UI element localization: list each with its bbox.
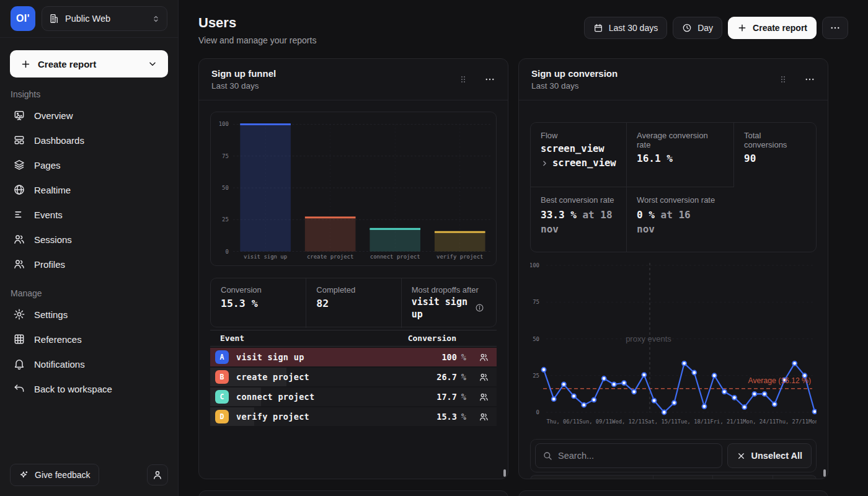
- sidebar-item-pages[interactable]: Pages: [0, 153, 178, 177]
- funnel-stats: Conversion 15.3 % Completed 82 Most drop…: [210, 278, 497, 327]
- event-name: create project: [236, 372, 436, 382]
- profile-button[interactable]: [147, 464, 168, 485]
- step-badge: D: [215, 410, 229, 423]
- stat-value: 82: [316, 298, 391, 309]
- chevrons-up-down-icon: [151, 14, 161, 24]
- svg-text:100: 100: [219, 121, 229, 127]
- svg-text:75: 75: [533, 299, 539, 305]
- svg-text:connect project: connect project: [370, 254, 420, 260]
- plus-icon: [737, 23, 747, 33]
- drag-handle-icon[interactable]: [778, 74, 788, 84]
- stat-value: 33.3 % at 18 nov: [541, 208, 616, 236]
- card-title: Sign up funnel: [211, 68, 276, 79]
- event-name: connect project: [236, 392, 436, 402]
- info-icon[interactable]: [475, 303, 484, 312]
- users-icon[interactable]: [479, 412, 489, 422]
- sidebar-item-notifications[interactable]: Notifications: [0, 352, 178, 376]
- svg-text:Sun, 09/11: Sun, 09/11: [579, 418, 612, 425]
- svg-text:25: 25: [533, 373, 539, 379]
- search-input[interactable]: [558, 451, 715, 461]
- users-icon[interactable]: [479, 352, 489, 363]
- ellipsis-icon: [830, 22, 841, 33]
- give-feedback-label: Give feedback: [35, 470, 91, 480]
- funnel-bar-chart[interactable]: 0255075100visit sign upcreate projectcon…: [210, 112, 497, 266]
- users-icon: [13, 258, 25, 270]
- users-icon[interactable]: [479, 372, 489, 383]
- search-field[interactable]: [535, 443, 722, 468]
- svg-text:verify project: verify project: [436, 254, 483, 260]
- sidebar-item-label: Pages: [34, 160, 61, 170]
- sidebar-item-settings[interactable]: Settings: [0, 302, 178, 327]
- give-feedback-button[interactable]: Give feedback: [10, 464, 99, 486]
- sidebar-item-events[interactable]: Events: [0, 202, 178, 227]
- svg-text:visit sign up: visit sign up: [244, 254, 287, 260]
- conversion-report-card: Sign up conversion Last 30 days Flow scr…: [518, 58, 828, 479]
- column-header-event: Event: [220, 334, 408, 343]
- more-options-button[interactable]: [822, 17, 848, 39]
- sparkles-icon: [19, 470, 29, 480]
- interval-button[interactable]: Day: [673, 17, 722, 39]
- date-range-label: Last 30 days: [609, 23, 658, 33]
- chevron-down-icon: [148, 59, 157, 69]
- table-row[interactable]: C connect project 17.7 %: [210, 388, 497, 406]
- create-report-label: Create report: [753, 23, 807, 33]
- funnel-card-header: Sign up funnel Last 30 days: [199, 59, 508, 100]
- svg-text:Wed, 12/11: Wed, 12/11: [612, 418, 645, 425]
- workspace-name: Public Web: [65, 14, 146, 24]
- step-badge: C: [215, 390, 229, 404]
- stat-value: visit sign up: [412, 296, 474, 321]
- sidebar-item-label: Realtime: [34, 185, 71, 195]
- card-scrollbar[interactable]: [503, 469, 506, 477]
- page-header: Users View and manage your reports Last …: [198, 15, 848, 45]
- workspace-selector[interactable]: Public Web: [42, 6, 167, 31]
- main-content: Users View and manage your reports Last …: [179, 0, 868, 496]
- card-subtitle: Last 30 days: [531, 81, 618, 91]
- sidebar-item-sessions[interactable]: Sessions: [0, 227, 178, 252]
- sidebar-create-report-button[interactable]: Create report: [10, 50, 168, 78]
- conversion-line-chart[interactable]: 0255075100proxy eventsAverage (16.12 %)T…: [530, 260, 817, 429]
- gear-icon: [13, 308, 25, 321]
- sidebar-item-references[interactable]: References: [0, 327, 178, 352]
- create-report-button[interactable]: Create report: [728, 17, 817, 39]
- funnel-events-table: Event Conversion A visit sign up 100 % B…: [210, 330, 497, 426]
- conversion-value: 15.3: [436, 412, 457, 422]
- table-row[interactable]: A visit sign up 100 %: [210, 348, 497, 366]
- stat-label: Best conversion rate: [541, 195, 616, 205]
- stat-value: 0 % at 16 nov: [637, 208, 712, 236]
- svg-text:Sat, 15/11: Sat, 15/11: [645, 418, 678, 425]
- card-menu-icon[interactable]: [804, 74, 815, 85]
- dashboard-grid-icon: [13, 134, 25, 146]
- app-logo[interactable]: OI': [11, 6, 35, 31]
- step-badge: B: [215, 370, 229, 384]
- sidebar-item-realtime[interactable]: Realtime: [0, 177, 178, 202]
- section-label-manage: Manage: [11, 288, 178, 298]
- percent-sign: %: [461, 352, 466, 362]
- table-row[interactable]: B create project 26.7 %: [210, 368, 497, 386]
- date-range-button[interactable]: Last 30 days: [584, 17, 667, 39]
- sidebar-item-back-to-workspace[interactable]: Back to workspace: [0, 376, 178, 401]
- sidebar-item-label: Back to workspace: [34, 384, 112, 394]
- card-menu-icon[interactable]: [484, 74, 495, 85]
- conversion-value: 26.7: [436, 372, 457, 382]
- unselect-all-button[interactable]: Unselect All: [727, 443, 812, 468]
- sidebar-item-dashboards[interactable]: Dashboards: [0, 128, 178, 153]
- plus-icon: [20, 59, 31, 69]
- table-row[interactable]: D verify project 15.3 %: [210, 407, 497, 426]
- users-icon[interactable]: [479, 392, 489, 402]
- sidebar-footer: Give feedback: [0, 454, 178, 496]
- card-title: Sign up conversion: [531, 68, 618, 79]
- sidebar-item-profiles[interactable]: Profiles: [0, 252, 178, 277]
- drag-handle-icon[interactable]: [458, 74, 468, 84]
- column-header-conversion: Conversion: [408, 334, 456, 343]
- percent-sign: %: [461, 412, 466, 422]
- create-report-label: Create report: [38, 59, 141, 69]
- bell-icon: [13, 358, 25, 370]
- conversion-value: 100: [441, 352, 456, 362]
- card-scrollbar[interactable]: [823, 469, 826, 477]
- sidebar-item-overview[interactable]: Overview: [0, 103, 178, 128]
- svg-text:Thu, 27/11: Thu, 27/11: [776, 418, 808, 425]
- flow-step-1: screen_view: [541, 143, 616, 154]
- user-icon: [152, 469, 163, 480]
- svg-text:50: 50: [533, 336, 539, 342]
- app-logo-text: OI': [16, 13, 30, 24]
